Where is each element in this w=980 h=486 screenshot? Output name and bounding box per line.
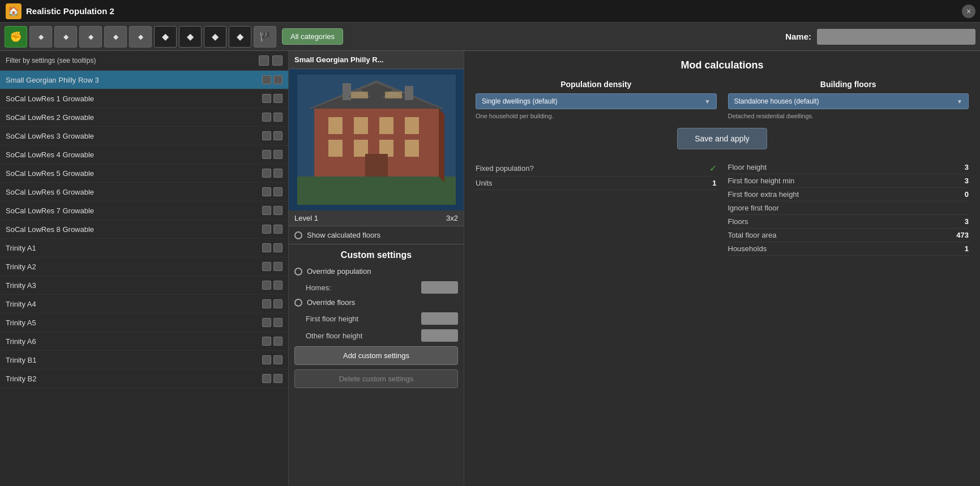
list-item[interactable]: SoCal LowRes 6 Growable xyxy=(0,183,288,201)
list-item-checkbox-2[interactable] xyxy=(273,374,283,383)
building-floors-dropdown[interactable]: Standalone houses (default) ▼ xyxy=(728,93,969,109)
svg-rect-19 xyxy=(385,92,402,98)
toolbar-btn-8[interactable]: ◆ xyxy=(179,26,202,48)
list-item[interactable]: Trinity A4 xyxy=(0,295,288,313)
toolbar: ✊ ◆ ◆ ◆ ◆ ◆ ◆ ◆ ◆ ◆ 🏴 All categories Nam… xyxy=(0,23,980,51)
list-item[interactable]: SoCal LowRes 2 Growable xyxy=(0,108,288,127)
list-item-checkbox-2[interactable] xyxy=(273,281,283,290)
list-item[interactable]: Trinity B1 xyxy=(0,351,288,369)
close-button[interactable]: × xyxy=(962,5,975,18)
total-floor-area-value: 473 xyxy=(956,231,969,239)
list-item[interactable]: SoCal LowRes 4 Growable xyxy=(0,145,288,164)
list-item-checkbox-1[interactable] xyxy=(262,94,271,103)
toolbar-btn-fist[interactable]: ✊ xyxy=(5,26,27,48)
list-item-checkbox-1[interactable] xyxy=(262,150,271,159)
list-item[interactable]: Trinity A6 xyxy=(0,332,288,351)
override-floors-label: Override floors xyxy=(307,298,355,307)
show-floors-radio[interactable] xyxy=(294,231,302,239)
list-item-checkbox-1[interactable] xyxy=(262,169,271,178)
override-population-label: Override population xyxy=(307,267,371,276)
homes-input[interactable] xyxy=(421,281,458,294)
toolbar-btn-5[interactable]: ◆ xyxy=(104,26,127,48)
list-item-checkbox-1[interactable] xyxy=(262,281,271,290)
list-item-checkbox-1[interactable] xyxy=(262,318,271,327)
override-population-radio[interactable] xyxy=(294,268,302,276)
left-panel: Filter by settings (see tooltips) Small … xyxy=(0,51,289,486)
first-floor-height-input[interactable] xyxy=(421,312,458,325)
list-item-checkbox-1[interactable] xyxy=(262,75,271,84)
building-floors-section: Building floors Standalone houses (defau… xyxy=(728,80,969,119)
floor-height-label: Floor height xyxy=(728,163,767,171)
list-item-checkbox-1[interactable] xyxy=(262,374,271,383)
list-item[interactable]: Trinity A5 xyxy=(0,313,288,332)
list-item-checkbox-2[interactable] xyxy=(273,262,283,271)
add-custom-settings-button[interactable]: Add custom settings xyxy=(294,346,458,365)
building-level-row: Level 1 3x2 xyxy=(289,210,464,226)
list-item-checkbox-2[interactable] xyxy=(273,150,283,159)
population-density-dropdown[interactable]: Single dwellings (default) ▼ xyxy=(476,93,717,109)
toolbar-btn-flag[interactable]: 🏴 xyxy=(254,26,276,48)
list-item-checkbox-2[interactable] xyxy=(273,94,283,103)
building-floors-description: Detached residential dwellings. xyxy=(728,113,969,119)
list-item[interactable]: SoCal LowRes 1 Growable xyxy=(0,89,288,108)
population-density-section: Population density Single dwellings (def… xyxy=(476,80,717,119)
list-item-checkbox-2[interactable] xyxy=(273,299,283,308)
list-item-checkbox-2[interactable] xyxy=(273,243,283,252)
list-item-checkbox-1[interactable] xyxy=(262,299,271,308)
list-item-checkbox-1[interactable] xyxy=(262,131,271,140)
toolbar-btn-3[interactable]: ◆ xyxy=(54,26,77,48)
list-item-checkbox-2[interactable] xyxy=(273,187,283,196)
name-input[interactable] xyxy=(817,29,975,45)
filter-checkbox-1[interactable] xyxy=(259,55,269,66)
toolbar-btn-7[interactable]: ◆ xyxy=(154,26,177,48)
size-label: 3x2 xyxy=(446,214,458,222)
toolbar-btn-4[interactable]: ◆ xyxy=(79,26,102,48)
homes-label: Homes: xyxy=(306,283,331,292)
show-floors-row[interactable]: Show calculated floors xyxy=(289,226,464,244)
list-item-checkbox-2[interactable] xyxy=(273,113,283,122)
list-item-checkbox-1[interactable] xyxy=(262,337,271,346)
list-item[interactable]: Trinity A2 xyxy=(0,257,288,276)
list-item[interactable]: SoCal LowRes 5 Growable xyxy=(0,164,288,183)
list-item[interactable]: Small Georgian Philly Row 3 xyxy=(0,71,288,89)
list-item-checkbox-2[interactable] xyxy=(273,75,283,84)
list-item-checkbox-2[interactable] xyxy=(273,206,283,215)
list-item-checkbox-1[interactable] xyxy=(262,187,271,196)
list-item-name: Trinity A6 xyxy=(6,337,262,346)
list-item-checkbox-1[interactable] xyxy=(262,225,271,234)
other-floor-height-input[interactable] xyxy=(421,329,458,342)
list-item-checkbox-1[interactable] xyxy=(262,262,271,271)
list-item-name: Trinity A3 xyxy=(6,281,262,290)
list-item-name: SoCal LowRes 5 Growable xyxy=(6,169,262,178)
save-apply-button[interactable]: Save and apply xyxy=(677,128,767,149)
list-item-name: Trinity A1 xyxy=(6,244,262,252)
list-item-checkbox-2[interactable] xyxy=(273,337,283,346)
toolbar-btn-2[interactable]: ◆ xyxy=(29,26,52,48)
stat-row-households: Households 1 xyxy=(728,242,969,256)
override-floors-radio[interactable] xyxy=(294,299,302,307)
toolbar-btn-6[interactable]: ◆ xyxy=(129,26,152,48)
list-item-checkbox-1[interactable] xyxy=(262,206,271,215)
categories-button[interactable]: All categories xyxy=(282,28,343,45)
custom-settings-title: Custom settings xyxy=(294,250,458,260)
delete-custom-settings-button[interactable]: Delete custom settings xyxy=(294,369,458,388)
list-item[interactable]: SoCal LowRes 8 Growable xyxy=(0,220,288,239)
stat-row-total-floor-area: Total floor area 473 xyxy=(728,229,969,242)
list-item-checkbox-1[interactable] xyxy=(262,243,271,252)
list-item[interactable]: Trinity B2 xyxy=(0,369,288,388)
list-item-name: Trinity B2 xyxy=(6,375,262,383)
list-item-checkbox-1[interactable] xyxy=(262,355,271,364)
list-item[interactable]: SoCal LowRes 7 Growable xyxy=(0,201,288,220)
list-item[interactable]: Trinity A3 xyxy=(0,276,288,295)
list-item-checkbox-2[interactable] xyxy=(273,318,283,327)
list-item-checkbox-2[interactable] xyxy=(273,169,283,178)
filter-checkbox-2[interactable] xyxy=(272,55,283,66)
list-item[interactable]: SoCal LowRes 3 Growable xyxy=(0,127,288,145)
toolbar-btn-10[interactable]: ◆ xyxy=(229,26,251,48)
list-item-checkbox-1[interactable] xyxy=(262,113,271,122)
list-item-checkbox-2[interactable] xyxy=(273,355,283,364)
list-item-checkbox-2[interactable] xyxy=(273,131,283,140)
list-item-checkbox-2[interactable] xyxy=(273,225,283,234)
list-item[interactable]: Trinity A1 xyxy=(0,239,288,257)
toolbar-btn-9[interactable]: ◆ xyxy=(204,26,226,48)
